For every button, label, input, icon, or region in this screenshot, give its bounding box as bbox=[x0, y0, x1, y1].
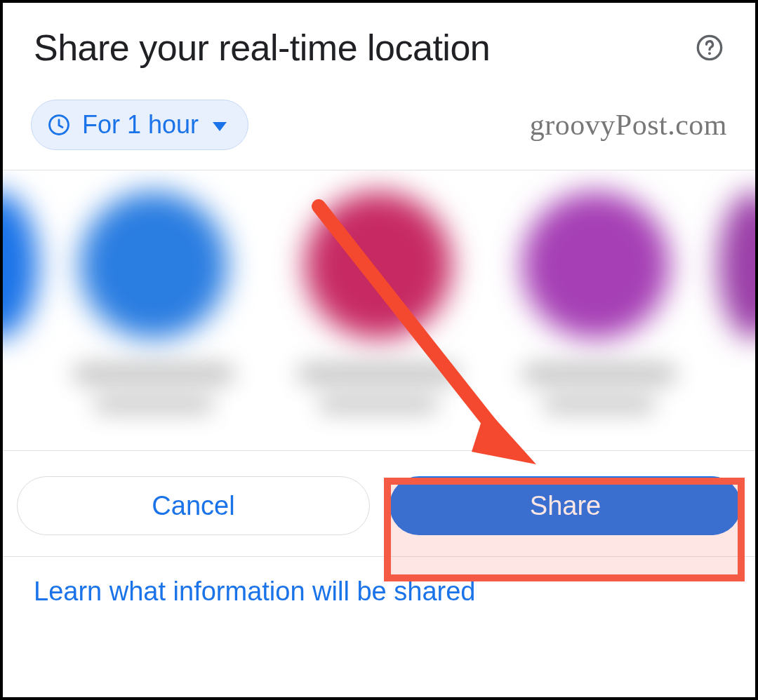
duration-row: For 1 hour groovyPost.com bbox=[3, 88, 755, 170]
share-location-dialog: Share your real-time location For 1 hour… bbox=[0, 0, 758, 700]
share-button[interactable]: Share bbox=[390, 476, 741, 535]
cancel-button[interactable]: Cancel bbox=[17, 476, 370, 535]
help-button[interactable] bbox=[693, 32, 726, 64]
action-buttons: Cancel Share bbox=[3, 451, 755, 557]
contact-avatar[interactable] bbox=[522, 191, 670, 339]
contact-avatar[interactable] bbox=[80, 191, 227, 339]
watermark-text: groovyPost.com bbox=[530, 108, 727, 142]
dropdown-icon bbox=[213, 122, 227, 131]
duration-chip-label: For 1 hour bbox=[82, 110, 199, 140]
contact-avatar[interactable] bbox=[3, 191, 38, 339]
header: Share your real-time location bbox=[3, 3, 755, 88]
contact-name-blur bbox=[543, 396, 656, 413]
dialog-title: Share your real-time location bbox=[34, 27, 490, 69]
contact-name-blur bbox=[73, 363, 234, 384]
cancel-button-label: Cancel bbox=[152, 491, 234, 521]
contact-name-blur bbox=[522, 363, 677, 384]
learn-more-link[interactable]: Learn what information will be shared bbox=[3, 557, 755, 626]
contacts-carousel[interactable] bbox=[3, 170, 755, 451]
help-icon bbox=[696, 34, 724, 62]
contact-avatar[interactable] bbox=[719, 191, 755, 339]
contact-name-blur bbox=[319, 396, 438, 413]
svg-point-1 bbox=[708, 52, 711, 55]
contact-name-blur bbox=[298, 363, 459, 384]
duration-chip[interactable]: For 1 hour bbox=[31, 100, 248, 150]
clock-icon bbox=[47, 113, 71, 137]
contact-name-blur bbox=[94, 396, 213, 413]
share-button-label: Share bbox=[530, 491, 601, 521]
learn-more-text: Learn what information will be shared bbox=[34, 577, 475, 606]
contact-avatar[interactable] bbox=[305, 191, 452, 339]
